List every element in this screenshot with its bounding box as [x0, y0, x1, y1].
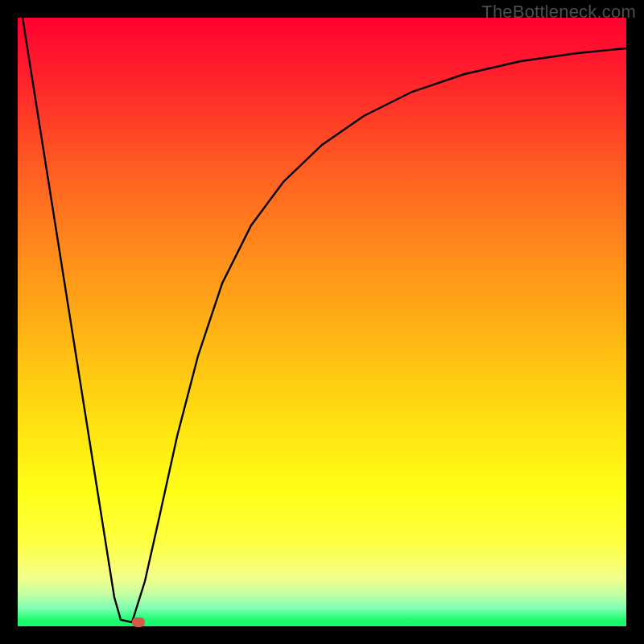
chart-plot-area — [18, 18, 626, 626]
bottleneck-curve — [18, 18, 626, 626]
curve-left-branch — [23, 18, 132, 622]
chart-frame: TheBottleneck.com — [0, 0, 644, 644]
optimal-point-marker — [132, 617, 145, 627]
curve-right-branch — [132, 48, 626, 622]
watermark-text: TheBottleneck.com — [481, 2, 636, 23]
